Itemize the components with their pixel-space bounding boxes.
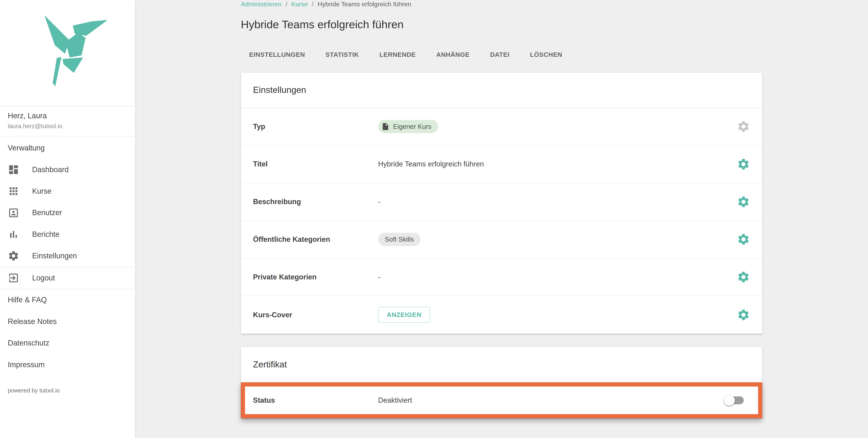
tab-einstellungen[interactable]: EINSTELLUNGEN [249,51,305,59]
sidebar-link-impressum[interactable]: Impressum [0,354,135,375]
sidebar: Herz, Laura laura.herz@tutool.io Verwalt… [0,0,135,438]
status-label: Status [253,396,378,404]
row-beschreibung: Beschreibung - [241,183,762,221]
certificate-card: Zertifikat Status Deaktiviert [241,347,762,418]
sidebar-item-label: Berichte [32,230,60,239]
row-value: Soft Skills [378,233,737,246]
powered-by-label: powered by tutool.io [0,375,135,405]
row-label: Öffentliche Kategorien [253,235,378,244]
sidebar-menu: Dashboard Kurse Benutzer Berichte [0,159,135,289]
user-name: Herz, Laura [8,111,127,121]
row-settings-gear-icon[interactable] [737,270,750,284]
breadcrumb-separator: / [283,1,289,8]
breadcrumb-kurse[interactable]: Kurse [291,1,308,8]
user-email: laura.herz@tutool.io [8,122,127,130]
sidebar-item-benutzer[interactable]: Benutzer [0,202,135,223]
tab-bar: EINSTELLUNGEN STATISTIK LERNENDE ANHÄNGE… [249,51,868,59]
anzeigen-button[interactable]: ANZEIGEN [378,307,430,323]
sidebar-item-dashboard[interactable]: Dashboard [0,159,135,180]
row-value: Hybride Teams erfolgreich führen [378,160,737,168]
row-value: - [378,197,737,206]
certificate-card-title: Zertifikat [241,347,762,382]
status-toggle[interactable] [725,395,745,406]
page-title: Hybride Teams erfolgreich führen [241,18,868,31]
course-type-chip-label: Eigener Kurs [393,123,431,130]
sidebar-item-einstellungen[interactable]: Einstellungen [0,245,135,267]
row-label: Beschreibung [253,197,378,206]
sidebar-link-hilfe-faq[interactable]: Hilfe & FAQ [0,289,135,311]
breadcrumb-separator: / [310,1,316,8]
gear-icon [8,250,19,262]
row-private-kategorien: Private Kategorien - [241,258,762,296]
logout-icon [8,272,19,284]
sidebar-link-datenschutz[interactable]: Datenschutz [0,332,135,354]
sidebar-link-release-notes[interactable]: Release Notes [0,311,135,332]
user-block: Herz, Laura laura.herz@tutool.io [0,106,135,137]
bar-chart-icon [8,228,19,240]
row-titel: Titel Hybride Teams erfolgreich führen [241,146,762,183]
settings-card-title: Einstellungen [241,72,762,108]
toggle-knob [724,395,735,406]
tab-loeschen[interactable]: LÖSCHEN [530,51,562,59]
sidebar-item-label: Einstellungen [32,252,77,260]
status-value: Deaktiviert [378,396,725,404]
row-label: Kurs-Cover [253,311,378,319]
sidebar-item-logout[interactable]: Logout [0,267,135,289]
row-settings-gear-icon[interactable] [737,195,750,209]
sidebar-item-label: Kurse [32,187,52,195]
breadcrumb: Administrieren / Kurse / Hybride Teams e… [241,1,868,8]
row-kurs-cover: Kurs-Cover ANZEIGEN [241,296,762,334]
row-value: ANZEIGEN [378,307,737,323]
breadcrumb-current-page: Hybride Teams erfolgreich führen [318,1,411,8]
row-settings-gear-disabled-icon [737,120,750,133]
breadcrumb-administrieren[interactable]: Administrieren [241,1,281,8]
row-value: - [378,273,737,281]
main-content: Administrieren / Kurse / Hybride Teams e… [135,0,868,438]
settings-card: Einstellungen Typ Eigener Kurs Titel [241,72,762,334]
row-label: Private Kategorien [253,273,378,281]
sidebar-item-berichte[interactable]: Berichte [0,224,135,245]
row-value: Eigener Kurs [378,120,737,133]
row-label: Typ [253,122,378,131]
logo-area [0,0,135,106]
tab-datei[interactable]: DATEI [490,51,509,59]
apps-grid-icon [8,185,19,197]
row-settings-gear-icon[interactable] [737,233,750,246]
highlight-annotation-box: Status Deaktiviert [241,382,762,418]
tab-statistik[interactable]: STATISTIK [326,51,359,59]
sidebar-item-label: Logout [32,274,55,282]
sidebar-section-label: Verwaltung [0,136,135,155]
category-chip: Soft Skills [378,233,421,246]
origami-bird-logo-icon [21,8,114,98]
row-label: Titel [253,160,378,168]
tab-anhaenge[interactable]: ANHÄNGE [436,51,469,59]
row-typ: Typ Eigener Kurs [241,108,762,146]
row-settings-gear-icon[interactable] [737,158,750,171]
sidebar-links: Hilfe & FAQ Release Notes Datenschutz Im… [0,289,135,375]
sidebar-item-kurse[interactable]: Kurse [0,181,135,202]
row-settings-gear-icon[interactable] [737,308,750,321]
app-root: Herz, Laura laura.herz@tutool.io Verwalt… [0,0,868,438]
sidebar-item-label: Dashboard [32,165,69,174]
user-card-icon [8,207,19,219]
row-oeffentliche-kategorien: Öffentliche Kategorien Soft Skills [241,221,762,258]
document-icon [381,122,390,131]
sidebar-item-label: Benutzer [32,209,62,217]
course-type-chip: Eigener Kurs [378,120,438,133]
dashboard-icon [8,164,19,176]
row-status: Status Deaktiviert [245,386,758,414]
tab-lernende[interactable]: LERNENDE [379,51,416,59]
